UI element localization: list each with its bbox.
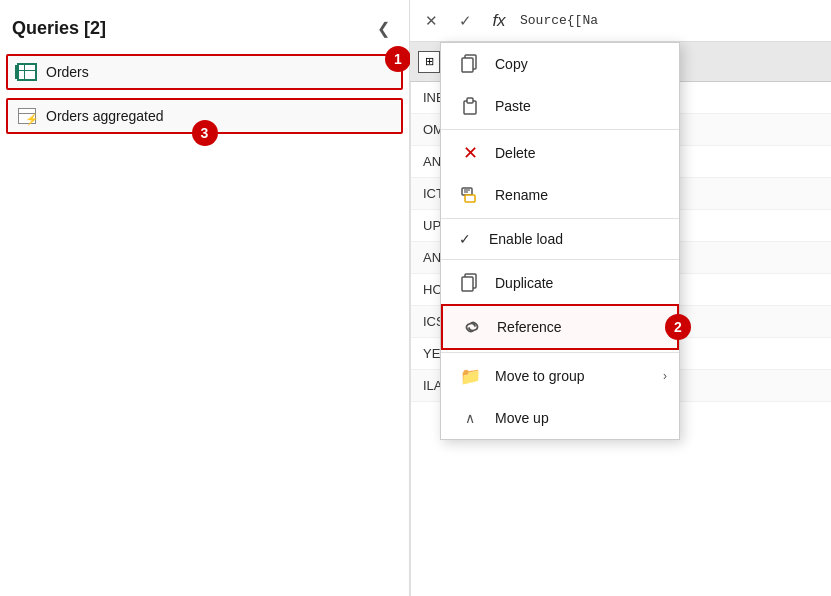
confirm-button[interactable]: ✓	[452, 8, 478, 34]
menu-item-delete[interactable]: ✕ Delete	[441, 132, 679, 174]
separator-2	[441, 218, 679, 219]
left-panel: Queries [2] ❮ Orders 1 ⚡ Orders aggregat…	[0, 0, 410, 596]
formula-text[interactable]: Source{[Na	[520, 13, 823, 28]
collapse-button[interactable]: ❮	[369, 14, 397, 42]
svg-rect-1	[462, 58, 473, 72]
menu-item-enable-load[interactable]: ✓ Enable load	[441, 221, 679, 257]
duplicate-icon	[459, 272, 481, 294]
formula-bar: ✕ ✓ fx Source{[Na	[410, 0, 831, 42]
lightning-icon: ⚡	[25, 113, 39, 126]
check-icon: ✓	[459, 231, 471, 247]
confirm-icon: ✓	[459, 12, 472, 30]
separator-1	[441, 129, 679, 130]
separator-4	[441, 352, 679, 353]
menu-item-rename[interactable]: Rename	[441, 174, 679, 216]
move-to-group-label: Move to group	[495, 368, 585, 384]
paste-icon	[459, 95, 481, 117]
fx-icon: fx	[492, 11, 505, 31]
orders-table-icon	[16, 61, 38, 83]
menu-item-move-to-group[interactable]: 📁 Move to group ›	[441, 355, 679, 397]
menu-item-reference[interactable]: Reference 2	[441, 304, 679, 350]
copy-icon	[459, 53, 481, 75]
reference-label: Reference	[497, 319, 562, 335]
cancel-button[interactable]: ✕	[418, 8, 444, 34]
cancel-icon: ✕	[425, 12, 438, 30]
reference-icon	[461, 316, 483, 338]
right-panel: ✕ ✓ fx Source{[Na ⊞ 1²3 🔑 OrderID ▼ ᴬᴮᶜ …	[410, 0, 831, 596]
badge-1: 1	[385, 46, 411, 72]
delete-label: Delete	[495, 145, 535, 161]
folder-icon: 📁	[459, 365, 481, 387]
menu-item-paste[interactable]: Paste	[441, 85, 679, 127]
svg-rect-3	[467, 98, 473, 103]
menu-item-duplicate[interactable]: Duplicate	[441, 262, 679, 304]
collapse-icon: ❮	[377, 19, 390, 38]
rename-icon	[459, 184, 481, 206]
svg-rect-9	[462, 277, 473, 291]
orders-aggregated-label: Orders aggregated	[46, 108, 164, 124]
copy-label: Copy	[495, 56, 528, 72]
col-table-icon: ⊞	[418, 51, 440, 73]
rename-label: Rename	[495, 187, 548, 203]
paste-label: Paste	[495, 98, 531, 114]
enable-load-label: Enable load	[489, 231, 563, 247]
query-item-orders-aggregated[interactable]: ⚡ Orders aggregated 3	[6, 98, 403, 134]
duplicate-label: Duplicate	[495, 275, 553, 291]
menu-item-move-up[interactable]: ∧ Move up	[441, 397, 679, 439]
menu-item-copy[interactable]: Copy	[441, 43, 679, 85]
submenu-arrow-icon: ›	[663, 369, 667, 383]
queries-header: Queries [2] ❮	[0, 0, 409, 52]
badge-2: 2	[665, 314, 691, 340]
move-up-icon: ∧	[459, 407, 481, 429]
fx-button[interactable]: fx	[486, 8, 512, 34]
delete-icon: ✕	[459, 142, 481, 164]
queries-title: Queries [2]	[12, 18, 106, 39]
orders-label: Orders	[46, 64, 89, 80]
move-up-label: Move up	[495, 410, 549, 426]
query-item-orders[interactable]: Orders 1	[6, 54, 403, 90]
aggregated-icon: ⚡	[16, 105, 38, 127]
context-menu: Copy Paste ✕ Delete	[440, 42, 680, 440]
separator-3	[441, 259, 679, 260]
badge-3: 3	[192, 120, 218, 146]
svg-rect-5	[465, 195, 475, 202]
